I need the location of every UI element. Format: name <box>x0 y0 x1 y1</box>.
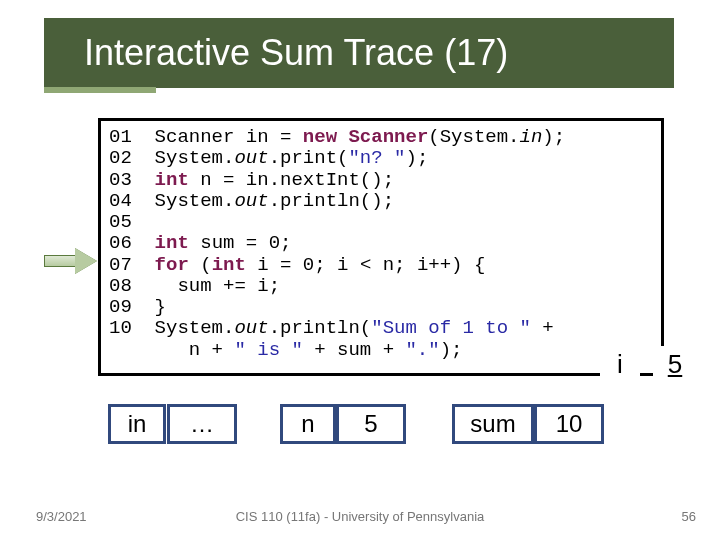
var-n-label: n <box>280 404 336 444</box>
slide-title: Interactive Sum Trace (17) <box>44 18 674 88</box>
code-box: 01 Scanner in = new Scanner(System.in); … <box>98 118 664 376</box>
var-n-value: 5 <box>336 404 406 444</box>
footer-center: CIS 110 (11fa) - University of Pennsylva… <box>0 509 720 524</box>
var-i-value: 5 <box>653 346 697 382</box>
title-underline <box>44 87 156 93</box>
var-in-label: in <box>108 404 166 444</box>
title-bar: Interactive Sum Trace (17) <box>44 18 674 88</box>
footer-page: 56 <box>682 509 696 524</box>
var-i-label: i <box>600 346 640 382</box>
var-sum-label: sum <box>452 404 534 444</box>
var-in-value: … <box>167 404 237 444</box>
var-sum-value: 10 <box>534 404 604 444</box>
code-content: 01 Scanner in = new Scanner(System.in); … <box>109 127 653 361</box>
